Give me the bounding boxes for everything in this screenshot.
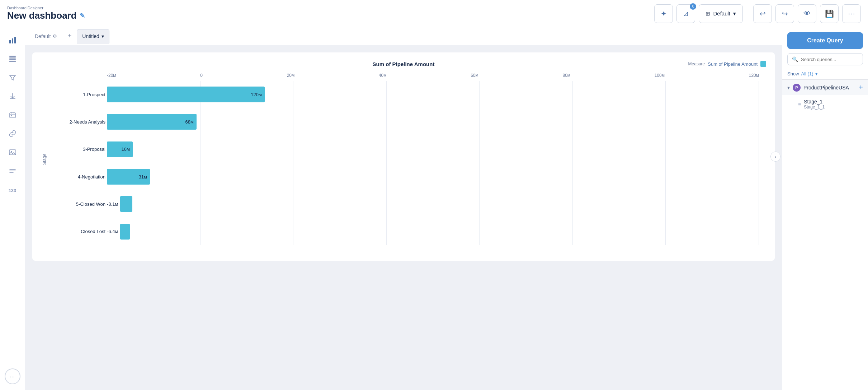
svg-rect-6: [9, 61, 16, 62]
x-tick-60: 60м: [471, 73, 478, 78]
create-query-button[interactable]: Create Query: [787, 32, 863, 49]
bar-wrapper-closed-lost: -6.4м: [107, 224, 130, 240]
tabs-bar: Default ⚙ + Untitled ▾: [25, 27, 782, 45]
undo-button[interactable]: ↩: [753, 4, 772, 23]
grid-line-2: [200, 81, 201, 245]
sidebar-icon-list[interactable]: [5, 164, 20, 180]
default-label: Default: [713, 10, 730, 17]
grid-icon: ⊞: [706, 10, 710, 17]
x-tick-20: 20м: [287, 73, 295, 78]
grid-line-7: [665, 81, 666, 245]
chart-canvas: Sum of Pipeline Amount Measure Sum of Pi…: [25, 45, 782, 390]
sidebar-icon-table[interactable]: [5, 52, 20, 68]
legend-label: Sum of Pipeline Amount: [708, 61, 758, 67]
bar-label-closed-lost: Closed Lost: [52, 229, 105, 234]
table-icon: [9, 55, 16, 65]
bar-label-negotiation: 4-Negotiation: [52, 174, 105, 180]
add-query-button[interactable]: +: [859, 83, 863, 92]
show-chevron-icon: ▾: [815, 71, 818, 76]
center-content: Default ⚙ + Untitled ▾ Sum of Pipeline A…: [25, 27, 782, 390]
y-axis-label: Stage: [41, 73, 48, 245]
tab-settings-icon: ⚙: [53, 33, 57, 39]
bar-row-proposal: 3-Proposal 16м: [107, 139, 759, 159]
tab-untitled-label: Untitled: [82, 33, 99, 39]
x-axis: -20м 0 20м 40м 60м 80м 100м 120м: [49, 73, 766, 78]
bar-wrapper-prospect: 120м: [107, 87, 265, 102]
sidebar-icon-download[interactable]: [5, 89, 20, 105]
bar-row-negotiation: 4-Negotiation 31м: [107, 167, 759, 187]
svg-rect-0: [9, 40, 11, 43]
redo-icon: ↪: [782, 9, 788, 18]
show-label: Show: [787, 71, 799, 76]
search-queries-input[interactable]: [801, 57, 861, 62]
left-sidebar: 123 ···: [0, 27, 25, 390]
image-icon: [9, 148, 16, 158]
tab-untitled[interactable]: Untitled ▾: [77, 29, 109, 43]
sidebar-icon-image[interactable]: [5, 145, 20, 161]
default-dropdown-button[interactable]: ⊞ Default ▾: [699, 4, 743, 23]
grid-line-8: [759, 81, 759, 245]
edit-title-icon[interactable]: ✎: [80, 12, 85, 20]
chart-body: -20м 0 20м 40м 60м 80м 100м 120м: [49, 73, 766, 245]
sidebar-more-button[interactable]: ···: [5, 368, 20, 384]
query-item-stage1[interactable]: ≡ Stage_1 Stage_1_1: [782, 95, 868, 113]
right-sidebar: Create Query 🔍 Show All (1) ▾ ▾ P Produc…: [782, 27, 868, 390]
datasource-item[interactable]: ▾ P ProductPipelineUSA +: [782, 79, 868, 95]
svg-rect-8: [10, 113, 15, 118]
sidebar-icon-calendar[interactable]: [5, 108, 20, 124]
datasource-icon: P: [793, 84, 801, 92]
measure-label: Measure: [688, 61, 705, 66]
calendar-icon: [9, 111, 16, 121]
filter-button[interactable]: ⊿ 0: [676, 4, 695, 23]
chart-area: Stage -20м 0 20м 40м 60м 80м 100м 120м: [41, 73, 766, 245]
grid-line-6: [572, 81, 573, 245]
eye-icon: 👁: [803, 9, 811, 18]
bars-area: 1-Prospect 120м 2-Needs Analysis 68м: [49, 81, 766, 245]
header-actions: ✦ ⊿ 0 ⊞ Default ▾ ↩ ↪ 👁 💾 ⋯: [654, 4, 861, 23]
bar-label-prospect: 1-Prospect: [52, 92, 105, 97]
add-tab-button[interactable]: +: [64, 31, 75, 42]
svg-rect-1: [12, 38, 13, 43]
bar-row-closed-lost: Closed Lost -6.4м: [107, 222, 759, 242]
bar-proposal: 16м: [107, 141, 133, 157]
sidebar-icon-link[interactable]: [5, 126, 20, 142]
bar-value-closed-lost: -6.4м: [107, 229, 118, 234]
svg-rect-7: [10, 98, 15, 99]
datasource-name: ProductPipelineUSA: [803, 85, 856, 90]
download-icon: [9, 92, 16, 102]
dashboard-title: New dashboard ✎: [7, 10, 650, 21]
bar-value-closed-won: -8.1м: [107, 201, 118, 207]
redo-button[interactable]: ↪: [775, 4, 794, 23]
x-tick-80: 80м: [562, 73, 570, 78]
bar-closed-won: [120, 196, 132, 212]
tab-default[interactable]: Default ⚙: [29, 29, 62, 43]
svg-rect-9: [11, 115, 12, 116]
title-area: Dashboard Designer New dashboard ✎: [7, 6, 650, 21]
sidebar-icon-number[interactable]: 123: [5, 182, 20, 198]
collapse-chevron-icon: ▾: [787, 85, 790, 90]
header: Dashboard Designer New dashboard ✎ ✦ ⊿ 0…: [0, 0, 868, 27]
preview-button[interactable]: 👁: [798, 4, 816, 23]
grid-line-5: [479, 81, 480, 245]
grid-lines: [107, 81, 759, 245]
chevron-right-icon: ›: [775, 154, 776, 159]
sidebar-icon-filter[interactable]: [5, 70, 20, 86]
sidebar-icon-chart[interactable]: [5, 33, 20, 49]
more-icon: ⋯: [848, 9, 855, 18]
main-layout: 123 ··· Default ⚙ + Untitled ▾ Sum of: [0, 27, 868, 390]
filter-badge: 0: [690, 3, 696, 10]
app-name: Dashboard Designer: [7, 6, 650, 10]
search-box: 🔍: [787, 53, 863, 65]
chart-title: Sum of Pipeline Amount: [41, 61, 766, 67]
more-dots-icon: ···: [10, 374, 15, 379]
query-name: Stage_1: [804, 99, 825, 105]
sparkle-button[interactable]: ✦: [654, 4, 673, 23]
number-icon: 123: [9, 188, 16, 193]
save-button[interactable]: 💾: [820, 4, 839, 23]
chart-container: Sum of Pipeline Amount Measure Sum of Pi…: [32, 52, 775, 261]
collapse-panel-button[interactable]: ›: [770, 152, 780, 162]
grid-line-3: [293, 81, 293, 245]
more-button[interactable]: ⋯: [842, 4, 861, 23]
svg-rect-2: [14, 37, 16, 43]
separator: [748, 7, 748, 20]
